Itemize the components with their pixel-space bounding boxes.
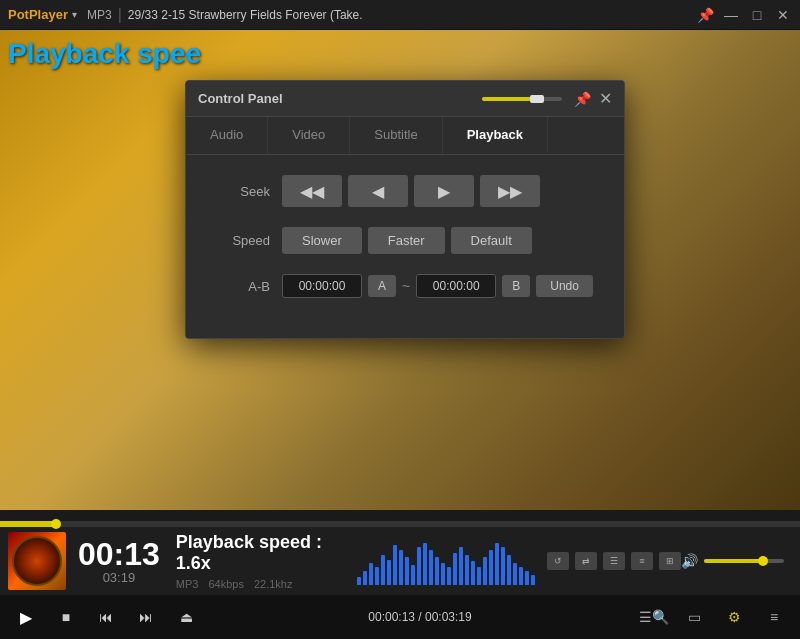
- default-speed-btn[interactable]: Default: [451, 227, 532, 254]
- seek-forward-small-btn[interactable]: ▶: [414, 175, 474, 207]
- vis-bar: [483, 557, 487, 585]
- progress-bar[interactable]: [0, 521, 800, 527]
- playlist-view-btn[interactable]: ☰🔍: [636, 601, 672, 633]
- seek-back-small-btn[interactable]: ◀: [348, 175, 408, 207]
- vis-bar: [411, 565, 415, 585]
- control-panel-title: Control Panel: [198, 91, 482, 106]
- ab-undo-btn[interactable]: Undo: [536, 275, 593, 297]
- album-art-inner: [12, 536, 62, 586]
- volume-control: 🔊: [681, 553, 784, 569]
- playback-speed-display: Playback speed : 1.6x: [176, 532, 357, 574]
- play-btn[interactable]: ▶: [8, 601, 44, 633]
- panel-slider-thumb: [530, 95, 544, 103]
- volume-thumb: [758, 556, 768, 566]
- panel-slider-fill: [482, 97, 537, 101]
- slower-btn[interactable]: Slower: [282, 227, 362, 254]
- ab-tilde: ~: [402, 278, 410, 294]
- control-panel: Control Panel 📌 ✕ Audio Video Subtitle P…: [185, 80, 625, 339]
- stop-btn[interactable]: ■: [48, 601, 84, 633]
- track-info: Playback speed : 1.6x MP3 64kbps 22.1khz: [176, 532, 357, 590]
- shuffle-btn[interactable]: ⇄: [575, 552, 597, 570]
- equalizer-btn[interactable]: ≡: [631, 552, 653, 570]
- vis-bar: [441, 563, 445, 585]
- vis-bar: [417, 547, 421, 585]
- dropdown-icon[interactable]: ▾: [72, 9, 77, 20]
- minimize-btn[interactable]: —: [722, 7, 740, 23]
- volume-fill: [704, 559, 764, 563]
- title-separator: |: [118, 6, 122, 24]
- playlist-btn[interactable]: ☰: [603, 552, 625, 570]
- vis-bar: [507, 555, 511, 585]
- speed-row: Speed Slower Faster Default: [210, 227, 600, 254]
- vis-bar: [435, 557, 439, 585]
- progress-thumb: [51, 519, 61, 529]
- ab-start-time[interactable]: [282, 274, 362, 298]
- next-btn[interactable]: ⏭: [128, 601, 164, 633]
- visualizer: [357, 537, 535, 585]
- vis-bar: [525, 571, 529, 585]
- track-meta: MP3 64kbps 22.1khz: [176, 578, 357, 590]
- prev-btn[interactable]: ⏮: [88, 601, 124, 633]
- tab-video[interactable]: Video: [268, 117, 350, 154]
- settings-btn[interactable]: ⚙: [716, 601, 752, 633]
- panel-pin-btn[interactable]: 📌: [574, 91, 591, 107]
- pin-window-btn[interactable]: 📌: [696, 7, 714, 23]
- menu-btn[interactable]: ≡: [756, 601, 792, 633]
- ab-marker-b-btn[interactable]: B: [502, 275, 530, 297]
- vis-bar: [519, 567, 523, 585]
- ab-row: A-B A ~ B Undo: [210, 274, 600, 298]
- title-bar: PotPlayer ▾ MP3 | 29/33 2-15 Strawberry …: [0, 0, 800, 30]
- vis-bar: [453, 553, 457, 585]
- vis-bar: [477, 567, 481, 585]
- album-art: [8, 532, 66, 590]
- panel-close-btn[interactable]: ✕: [599, 89, 612, 108]
- playback-overlay-text: Playback spee: [8, 38, 201, 70]
- vis-bar: [465, 555, 469, 585]
- window-close-btn[interactable]: ✕: [774, 7, 792, 23]
- repeat-btn[interactable]: ↺: [547, 552, 569, 570]
- vis-bar: [423, 543, 427, 585]
- vis-bar: [387, 560, 391, 585]
- vis-bar: [513, 563, 517, 585]
- vis-bar: [363, 571, 367, 585]
- transport-bar: ▶ ■ ⏮ ⏭ ⏏ 00:00:13 / 00:03:19 ☰🔍 ▭ ⚙ ≡: [0, 595, 800, 639]
- subtitle-view-btn[interactable]: ▭: [676, 601, 712, 633]
- seek-back-large-btn[interactable]: ◀◀: [282, 175, 342, 207]
- panel-brightness-slider[interactable]: [482, 97, 562, 101]
- time-counter: 00:00:13 / 00:03:19: [216, 610, 624, 624]
- player-bar: 00:13 03:19 Playback speed : 1.6x MP3 64…: [0, 521, 800, 639]
- bitrate-meta: 64kbps: [208, 578, 243, 590]
- seek-forward-large-btn[interactable]: ▶▶: [480, 175, 540, 207]
- maximize-btn[interactable]: □: [748, 7, 766, 23]
- samplerate-meta: 22.1khz: [254, 578, 293, 590]
- panel-content: Seek ◀◀ ◀ ▶ ▶▶ Speed Slower Faster Defau…: [186, 155, 624, 338]
- total-time: 03:19: [78, 570, 160, 585]
- vis-bar: [495, 543, 499, 585]
- volume-slider[interactable]: [704, 559, 784, 563]
- vis-bar: [531, 575, 535, 585]
- vis-bar: [489, 550, 493, 585]
- ab-end-time[interactable]: [416, 274, 496, 298]
- tab-subtitle[interactable]: Subtitle: [350, 117, 442, 154]
- vis-bar: [375, 567, 379, 585]
- current-time: 00:13: [78, 538, 160, 570]
- volume-icon: 🔊: [681, 553, 698, 569]
- tab-playback[interactable]: Playback: [443, 117, 548, 154]
- ab-marker-a-btn[interactable]: A: [368, 275, 396, 297]
- title-controls: 📌 — □ ✕: [696, 7, 792, 23]
- ab-label: A-B: [210, 279, 270, 294]
- eject-btn[interactable]: ⏏: [168, 601, 204, 633]
- vis-bar: [447, 567, 451, 585]
- tab-audio[interactable]: Audio: [186, 117, 268, 154]
- speed-label: Speed: [210, 233, 270, 248]
- control-panel-header: Control Panel 📌 ✕: [186, 81, 624, 117]
- crop-btn[interactable]: ⊞: [659, 552, 681, 570]
- vis-bar: [399, 550, 403, 585]
- title-track: 29/33 2-15 Strawberry Fields Forever (Ta…: [128, 8, 696, 22]
- seek-row: Seek ◀◀ ◀ ▶ ▶▶: [210, 175, 600, 207]
- vis-bar: [471, 561, 475, 585]
- faster-btn[interactable]: Faster: [368, 227, 445, 254]
- info-bar: 00:13 03:19 Playback speed : 1.6x MP3 64…: [0, 527, 800, 595]
- title-format: MP3: [87, 8, 112, 22]
- control-icons: ↺ ⇄ ☰ ≡ ⊞: [547, 552, 681, 570]
